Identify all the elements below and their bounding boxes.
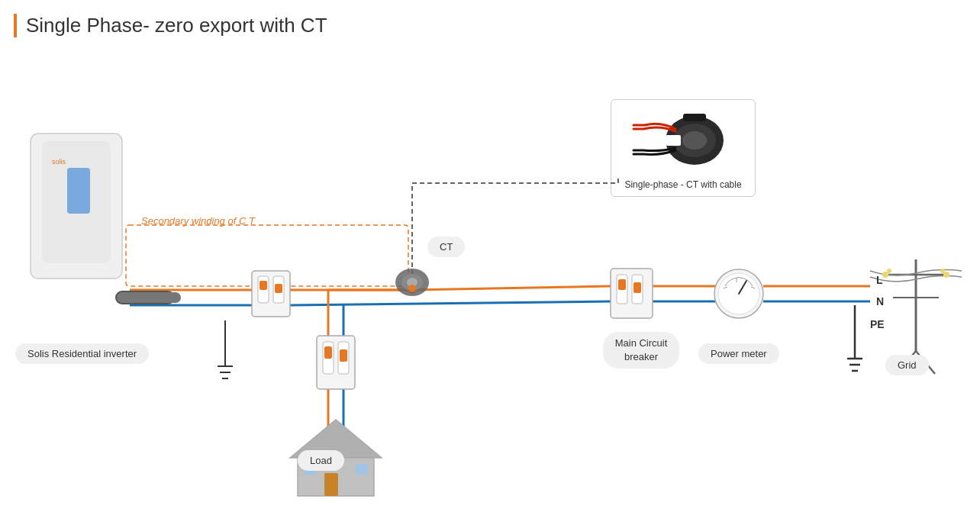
svg-rect-60 [340, 349, 347, 362]
main-container: { "title": "Single Phase- zero export wi… [0, 0, 980, 528]
svg-text:solis: solis [52, 158, 66, 166]
diagram-svg: solis [0, 0, 980, 528]
svg-line-8 [412, 286, 611, 290]
svg-rect-63 [324, 473, 338, 496]
svg-rect-65 [356, 464, 368, 475]
svg-rect-34 [67, 168, 90, 214]
inverter-label: Solis Residential inverter [15, 343, 149, 364]
svg-rect-48 [618, 279, 626, 290]
svg-point-73 [887, 269, 891, 273]
ct-label: CT [427, 237, 465, 257]
grid-label: Grid [885, 355, 929, 375]
svg-text:L: L [876, 274, 883, 286]
svg-point-74 [940, 269, 945, 273]
svg-point-44 [408, 285, 416, 292]
load-label: Load [298, 450, 344, 471]
svg-text:PE: PE [870, 318, 885, 330]
svg-text:N: N [876, 295, 884, 307]
svg-rect-39 [260, 281, 267, 290]
svg-point-71 [882, 272, 888, 278]
svg-rect-59 [324, 346, 332, 359]
svg-line-12 [290, 301, 611, 305]
svg-point-72 [943, 272, 949, 278]
power-meter-label: Power meter [698, 343, 779, 364]
svg-rect-40 [275, 284, 282, 293]
main-circuit-breaker-label: Main Circuit breaker [603, 332, 679, 369]
svg-rect-49 [633, 282, 641, 293]
